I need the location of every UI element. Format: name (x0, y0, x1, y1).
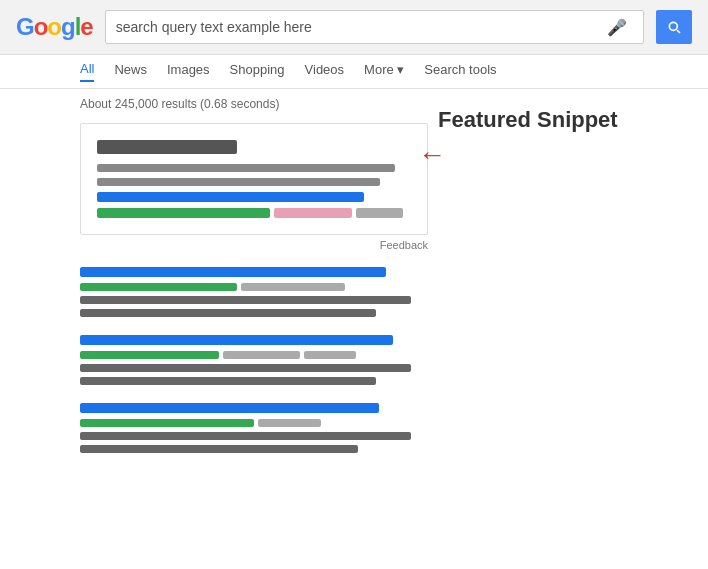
snippet-pink-bar (274, 208, 353, 218)
result-item-3 (80, 403, 428, 453)
result-sub-2 (80, 351, 428, 359)
result-item-2 (80, 335, 428, 385)
snippet-bottom-bars (97, 208, 411, 218)
arrow-icon: ← (418, 139, 446, 171)
logo-letter-g2: g (61, 13, 75, 41)
featured-snippet-label: Featured Snippet (438, 107, 628, 133)
tab-images[interactable]: Images (167, 62, 210, 81)
tab-all[interactable]: All (80, 61, 94, 82)
sub-gray-2b (304, 351, 356, 359)
result-sub-3 (80, 419, 428, 427)
tab-shopping[interactable]: Shopping (230, 62, 285, 81)
sub-gray-2a (223, 351, 300, 359)
nav-tabs: All News Images Shopping Videos More ▾ S… (0, 55, 708, 89)
logo-letter-o2: o (47, 13, 61, 41)
sub-green-3 (80, 419, 254, 427)
result-item-1 (80, 267, 428, 317)
tab-more[interactable]: More ▾ (364, 62, 404, 81)
header: G o o g l e 🎤 (0, 0, 708, 55)
result-blue-bar-3 (80, 403, 379, 413)
result-blue-bar-2 (80, 335, 393, 345)
snippet-line-1 (97, 164, 395, 172)
snippet-gray-bar (356, 208, 403, 218)
snippet-line-2 (97, 178, 380, 186)
annotation-area: Featured Snippet ← (428, 97, 628, 471)
feedback-text[interactable]: Feedback (80, 239, 428, 251)
search-input[interactable] (116, 19, 607, 35)
result-line-2a (80, 364, 411, 372)
mic-icon[interactable]: 🎤 (607, 18, 627, 37)
main-content: About 245,000 results (0.68 seconds) Fee… (0, 89, 708, 471)
search-button[interactable] (656, 10, 692, 44)
logo-letter-e: e (80, 13, 92, 41)
snippet-green-bar (97, 208, 270, 218)
result-sub-1 (80, 283, 428, 291)
google-logo: G o o g l e (16, 13, 93, 41)
results-count: About 245,000 results (0.68 seconds) (80, 97, 428, 111)
result-line-2b (80, 377, 376, 385)
result-line-3a (80, 432, 411, 440)
result-line-3b (80, 445, 358, 453)
sub-green-2 (80, 351, 219, 359)
results-area: About 245,000 results (0.68 seconds) Fee… (80, 97, 428, 471)
tab-search-tools[interactable]: Search tools (424, 62, 496, 81)
featured-snippet-box (80, 123, 428, 235)
logo-letter-g: G (16, 13, 34, 41)
snippet-blue-bar (97, 192, 364, 202)
snippet-title-bar (97, 140, 237, 154)
sub-gray-3 (258, 419, 321, 427)
result-line-1a (80, 296, 411, 304)
logo-letter-o1: o (34, 13, 48, 41)
result-line-1b (80, 309, 376, 317)
tab-videos[interactable]: Videos (305, 62, 345, 81)
search-bar: 🎤 (105, 10, 644, 44)
result-blue-bar-1 (80, 267, 386, 277)
sub-gray-1 (241, 283, 345, 291)
search-icon (666, 19, 682, 35)
tab-news[interactable]: News (114, 62, 147, 81)
sub-green-1 (80, 283, 237, 291)
